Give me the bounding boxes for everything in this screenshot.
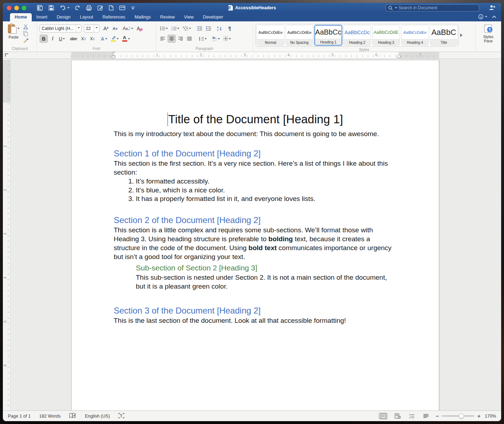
horizontal-ruler[interactable]: 1 2 3 4 5 6 7 — [3, 52, 501, 59]
tab-references[interactable]: References — [98, 13, 130, 21]
style-normal[interactable]: AaBbCcDdEeNormal — [257, 25, 284, 46]
left-indent-marker[interactable] — [111, 52, 116, 58]
shading-button[interactable] — [210, 35, 221, 43]
increase-indent-button[interactable] — [204, 24, 212, 32]
align-left-button[interactable] — [159, 35, 167, 43]
ruler-number: 6 — [375, 53, 377, 57]
right-indent-marker[interactable] — [396, 55, 401, 58]
vertical-ruler[interactable]: 1 2 3 4 5 6 — [3, 59, 11, 410]
properties-button[interactable] — [119, 5, 125, 10]
list-item: It has a properly formatted list in it, … — [136, 195, 397, 203]
minimize-button[interactable] — [14, 6, 19, 10]
zoom-slider[interactable] — [442, 415, 474, 417]
tab-layout[interactable]: Layout — [75, 13, 98, 21]
zoom-window-button[interactable] — [22, 6, 26, 10]
zoom-out-button[interactable]: − — [436, 413, 439, 419]
sort-button[interactable]: AZ — [215, 24, 223, 32]
tab-insert[interactable]: Insert — [32, 13, 52, 21]
clear-formatting-button[interactable]: A — [135, 24, 144, 32]
font-size-select[interactable]: 22 — [84, 25, 99, 32]
tab-developer[interactable]: Developer — [198, 13, 228, 21]
customize-toolbar-button[interactable] — [131, 6, 135, 10]
italic-button[interactable]: I — [48, 35, 57, 43]
collapse-ribbon-button[interactable] — [492, 14, 497, 20]
styles-gallery: AaBbCcDdEeNormal AaBbCcDdEeNo Spacing Aa… — [256, 24, 459, 47]
subscript-button[interactable]: X2 — [79, 35, 87, 43]
share-button[interactable] — [489, 5, 495, 12]
open-button[interactable] — [37, 5, 43, 11]
track-changes-button[interactable]: T — [118, 413, 124, 419]
styles-gallery-expand-button[interactable] — [460, 33, 464, 37]
tab-review[interactable]: Review — [155, 13, 179, 21]
print-layout-view-button[interactable] — [379, 413, 388, 420]
page-indicator[interactable]: Page 1 of 1 — [8, 414, 31, 419]
font-family-select[interactable]: Calibri Light (H... — [40, 25, 82, 32]
style-heading1[interactable]: AaBbCcHeading 1 — [314, 25, 342, 46]
align-center-button[interactable] — [168, 35, 176, 43]
styles-group: AaBbCcDdEeNormal AaBbCcDdEeNo Spacing Aa… — [253, 21, 475, 52]
style-title[interactable]: AaBbCTitle — [430, 25, 458, 46]
copy-icon — [23, 31, 28, 36]
copy-button[interactable] — [23, 31, 29, 38]
increase-indent-icon — [206, 26, 211, 31]
web-layout-view-button[interactable] — [393, 413, 402, 420]
new-document-button[interactable] — [109, 5, 114, 11]
zoom-slider-knob[interactable] — [459, 413, 464, 419]
highlight-button[interactable] — [109, 35, 120, 43]
show-paragraph-marks-button[interactable]: ¶ — [226, 24, 234, 32]
search-input[interactable]: Search in Document — [386, 4, 479, 11]
redo-button[interactable] — [75, 5, 81, 11]
tab-selector-icon[interactable] — [5, 53, 8, 57]
save-button[interactable] — [48, 5, 54, 11]
underline-button[interactable]: U — [57, 35, 66, 43]
multilevel-list-button[interactable] — [181, 24, 192, 32]
language-indicator[interactable]: English (US) — [85, 414, 110, 419]
change-case-button[interactable]: Aa⤸ — [121, 24, 134, 32]
styles-pane-button[interactable]: ¶ StylesPane — [478, 24, 499, 43]
draft-view-button[interactable] — [421, 413, 431, 420]
bullets-button[interactable] — [159, 24, 169, 32]
style-heading3[interactable]: AaBbCcDdEHeading 3 — [372, 25, 400, 46]
font-color-button[interactable]: A — [121, 35, 132, 43]
align-right-button[interactable] — [176, 35, 185, 43]
sort-icon: AZ — [217, 26, 222, 31]
zoom-in-button[interactable]: + — [477, 413, 480, 419]
tab-home[interactable]: Home — [10, 13, 32, 21]
decrease-indent-button[interactable] — [195, 24, 204, 32]
style-no-spacing[interactable]: AaBbCcDdEeNo Spacing — [286, 25, 313, 46]
tab-design[interactable]: Design — [52, 13, 75, 21]
strikethrough-button[interactable]: abe — [68, 35, 78, 43]
cut-button[interactable] — [23, 24, 29, 31]
paste-button[interactable]: Paste — [5, 24, 22, 45]
bold-button[interactable]: B — [40, 35, 48, 43]
style-heading4[interactable]: AaBbCcDdEeHeading 4 — [401, 25, 429, 46]
cut-icon — [23, 24, 29, 30]
undo-button[interactable] — [60, 5, 70, 11]
document-area: 1 2 3 4 5 6 Title of the Document [Headi… — [3, 59, 501, 410]
feedback-button[interactable] — [478, 14, 487, 20]
tab-view[interactable]: View — [179, 13, 198, 21]
superscript-button[interactable]: X2 — [88, 35, 96, 43]
close-button[interactable] — [7, 6, 11, 10]
word-count[interactable]: 182 Words — [39, 414, 61, 419]
style-heading2[interactable]: AaBbCcDcHeading 2 — [343, 25, 371, 46]
svg-text:W: W — [229, 7, 231, 9]
vruler-number: 5 — [3, 321, 7, 323]
format-painter-icon — [23, 38, 29, 43]
zoom-percentage[interactable]: 170% — [483, 414, 496, 419]
spellcheck-button[interactable] — [69, 413, 76, 419]
grow-font-button[interactable]: A — [102, 24, 110, 32]
justify-button[interactable] — [185, 35, 194, 43]
outline-view-button[interactable] — [407, 413, 416, 420]
text-effects-button[interactable]: A — [99, 35, 108, 43]
print-button[interactable] — [86, 5, 92, 11]
doc-intro: This is my introductory text about the d… — [114, 129, 397, 138]
document-page[interactable]: Title of the Document [Heading 1] This i… — [71, 60, 439, 410]
format-painter-button[interactable] — [23, 38, 29, 44]
tab-mailings[interactable]: Mailings — [130, 13, 155, 21]
line-spacing-button[interactable] — [197, 35, 208, 43]
shrink-font-button[interactable]: A — [111, 24, 119, 32]
borders-button[interactable] — [222, 35, 232, 43]
compose-button[interactable] — [97, 5, 103, 11]
numbering-button[interactable]: 123 — [170, 24, 181, 32]
